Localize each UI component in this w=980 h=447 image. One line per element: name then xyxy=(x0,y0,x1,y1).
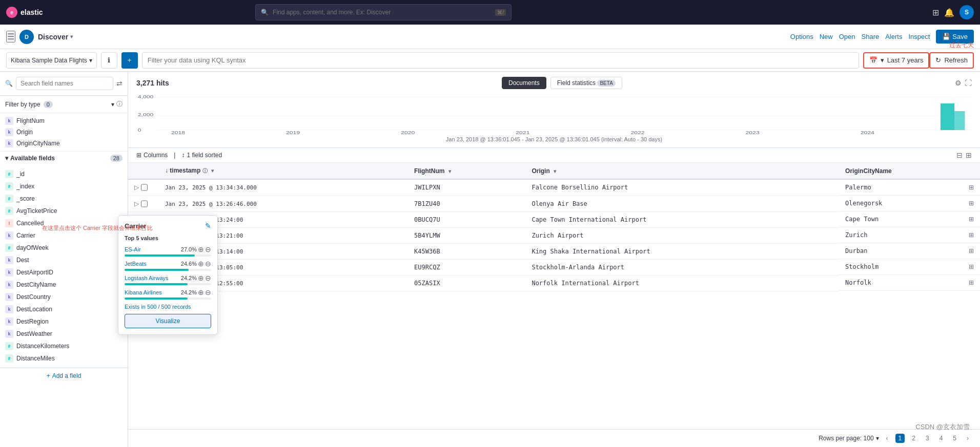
page-2-button[interactable]: 2 xyxy=(909,434,918,443)
time-range-button[interactable]: 📅 ▾ Last 7 years xyxy=(863,52,930,69)
field-item-destweather[interactable]: k DestWeather + xyxy=(0,328,128,340)
field-item-score[interactable]: # _score + xyxy=(0,193,128,205)
carrier-filter-minus[interactable]: ⊖ xyxy=(205,260,211,268)
col-header-timestamp[interactable]: ↓ timestamp ⓘ ▾ xyxy=(159,163,408,179)
popup-header: Carrier ✎ xyxy=(125,222,211,230)
sidebar-collapse-icon[interactable]: ⇄ xyxy=(116,79,122,88)
field-item-distancekilometers[interactable]: # DistanceKilometers + xyxy=(0,340,128,352)
next-page-button[interactable]: › xyxy=(964,434,972,443)
add-field-button[interactable]: + Add a field xyxy=(0,368,128,384)
carrier-name[interactable]: Logstash Airways xyxy=(125,275,169,281)
field-item-destcityname[interactable]: k DestCityName + xyxy=(0,279,128,291)
col-header-flightnum[interactable]: FlightNum ▾ xyxy=(408,163,525,179)
expand-right-icon[interactable]: ⊞ xyxy=(969,263,974,270)
expand-right-icon[interactable]: ⊞ xyxy=(969,247,974,254)
col-filter-icon[interactable]: ▾ xyxy=(211,168,214,174)
available-count: 28 xyxy=(110,155,122,162)
prev-page-button[interactable]: ‹ xyxy=(883,434,891,443)
visualize-button[interactable]: Visualize xyxy=(125,314,211,328)
col-filter-icon[interactable]: ▾ xyxy=(448,168,451,174)
page-3-button[interactable]: 3 xyxy=(923,434,932,443)
col-filter-icon[interactable]: ▾ xyxy=(554,168,556,174)
field-type-icon: k xyxy=(5,256,13,264)
col-header-origin[interactable]: Origin ▾ xyxy=(525,163,839,179)
rows-per-page[interactable]: Rows per page: 100 ▾ xyxy=(819,435,879,442)
page-4-button[interactable]: 4 xyxy=(936,434,946,443)
field-item-destairportid[interactable]: k DestAirportID + xyxy=(0,266,128,279)
refresh-button[interactable]: ↻ Refresh xyxy=(929,52,974,69)
field-item-dest[interactable]: k Dest + xyxy=(0,254,128,266)
carrier-filter-minus[interactable]: ⊖ xyxy=(205,288,211,296)
row-checkbox[interactable] xyxy=(141,184,148,191)
expand-row-button[interactable]: ▷ xyxy=(134,200,139,207)
carrier-name[interactable]: ES-Air xyxy=(125,246,141,252)
field-item-dayofweek[interactable]: # dayOfWeek + xyxy=(0,242,128,254)
global-search-bar[interactable]: 🔍 ⌘/ xyxy=(255,4,512,20)
expand-view-icon[interactable]: ⊞ xyxy=(966,151,972,159)
expand-right-icon[interactable]: ⊞ xyxy=(969,216,974,223)
expand-row-button[interactable]: ▷ xyxy=(134,184,139,191)
app-name-button[interactable]: Discover ▾ xyxy=(38,33,73,41)
page-5-button[interactable]: 5 xyxy=(950,434,959,443)
field-item-cancelled[interactable]: ! Cancelled + xyxy=(0,217,128,229)
sorted-button[interactable]: ↕ 1 field sorted xyxy=(181,152,222,159)
expand-right-icon[interactable]: ⊞ xyxy=(969,200,974,207)
field-item-id[interactable]: # _id + xyxy=(0,168,128,180)
filter-by-type[interactable]: Filter by type 0 ▾ ⓘ xyxy=(0,96,128,113)
expand-right-icon[interactable]: ⊞ xyxy=(969,279,974,286)
field-item-carrier[interactable]: k Carrier + xyxy=(0,229,128,242)
add-filter-button[interactable]: + xyxy=(121,52,138,69)
selected-field-origin: k Origin xyxy=(0,126,128,138)
bell-icon[interactable]: 🔔 xyxy=(944,8,954,17)
row-checkbox[interactable] xyxy=(141,200,148,207)
carrier-filter-plus[interactable]: ⊕ xyxy=(198,260,204,268)
filter-right: ▾ ⓘ xyxy=(111,100,122,109)
field-item-avgticketprice[interactable]: # AvgTicketPrice + xyxy=(0,205,128,217)
field-item-destcountry[interactable]: k DestCountry + xyxy=(0,291,128,303)
tab-field-statistics[interactable]: Field statistics BETA xyxy=(550,77,622,89)
field-item-destregion[interactable]: k DestRegion + xyxy=(0,315,128,328)
fullscreen-icon[interactable]: ⛶ xyxy=(965,79,972,87)
expand-right-icon[interactable]: ⊞ xyxy=(969,231,974,239)
columns-button[interactable]: ⊞ Columns xyxy=(136,152,168,159)
carrier-filter-minus[interactable]: ⊖ xyxy=(205,245,211,253)
carrier-filter-minus[interactable]: ⊖ xyxy=(205,274,211,282)
grid-view-icon[interactable]: ⊟ xyxy=(956,151,963,159)
field-item-index[interactable]: # _index + xyxy=(0,180,128,193)
col-header-origincity[interactable]: OriginCityName xyxy=(839,163,980,179)
field-type-icon: k xyxy=(5,281,13,289)
expand-right-icon[interactable]: ⊞ xyxy=(969,184,974,191)
kql-filter-input[interactable] xyxy=(142,52,859,69)
grid-icon[interactable]: ⊞ xyxy=(932,8,939,17)
inspect-button[interactable]: Inspect xyxy=(908,33,930,40)
table-row: ▷ Jan 23, 2025 @ 13:14:00 K45W36B King S… xyxy=(128,243,980,259)
filter-info-icon[interactable]: ⓘ xyxy=(116,100,122,109)
page-1-button[interactable]: 1 xyxy=(895,434,905,443)
available-fields-header[interactable]: ▾ Available fields 28 xyxy=(0,151,128,165)
hamburger-menu[interactable]: ☰ xyxy=(6,31,15,42)
tab-documents[interactable]: Documents xyxy=(502,77,546,89)
row-origin: Norfolk International Airport xyxy=(525,275,839,291)
index-pattern-button[interactable]: Kibana Sample Data Flights ▾ xyxy=(6,52,97,69)
settings-icon[interactable]: ⚙ xyxy=(955,79,962,87)
options-button[interactable]: Options xyxy=(790,33,813,40)
carrier-filter-plus[interactable]: ⊕ xyxy=(198,288,204,296)
info-icon-button[interactable]: ℹ xyxy=(101,52,117,69)
exists-in-records[interactable]: Exists in 500 / 500 records xyxy=(125,304,211,310)
table-row: ▷ Jan 23, 2025 @ 13:21:00 5B4YLMW Zurich… xyxy=(128,227,980,243)
field-search-input[interactable] xyxy=(16,77,113,90)
elastic-logo[interactable]: e elastic xyxy=(6,7,43,18)
popup-edit-icon[interactable]: ✎ xyxy=(205,222,211,230)
carrier-filter-plus[interactable]: ⊕ xyxy=(198,245,204,253)
field-item-distancemiles[interactable]: # DistanceMiles + xyxy=(0,352,128,365)
carrier-name[interactable]: JetBeats xyxy=(125,261,147,267)
global-search-input[interactable] xyxy=(273,9,491,16)
share-button[interactable]: Share xyxy=(862,33,880,40)
field-item-destlocation[interactable]: k DestLocation + xyxy=(0,303,128,315)
new-button[interactable]: New xyxy=(820,33,833,40)
alerts-button[interactable]: Alerts xyxy=(885,33,902,40)
carrier-filter-plus[interactable]: ⊕ xyxy=(198,274,204,282)
carrier-name[interactable]: Kibana Airlines xyxy=(125,289,162,295)
open-button[interactable]: Open xyxy=(839,33,855,40)
user-avatar[interactable]: S xyxy=(959,5,974,19)
